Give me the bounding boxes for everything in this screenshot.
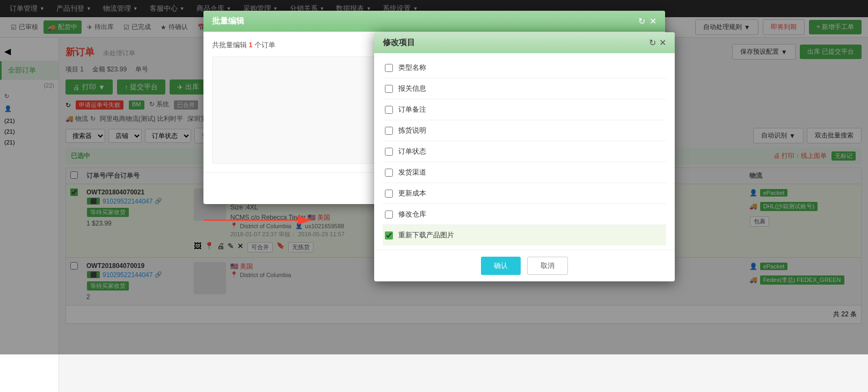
- modify-item-order-status-checkbox[interactable]: [385, 148, 393, 156]
- modify-item-ship-channel-checkbox[interactable]: [385, 169, 393, 177]
- modify-item-pick-desc-checkbox[interactable]: [385, 127, 393, 135]
- modify-item-type-name: 类型名称: [383, 57, 666, 78]
- modify-confirm-btn[interactable]: 确认: [481, 257, 521, 275]
- modify-item-order-status-label: 订单状态: [398, 147, 426, 156]
- modify-item-update-cost: 更新成本: [383, 183, 666, 204]
- modify-item-customs-checkbox[interactable]: [385, 85, 393, 93]
- modify-modal-footer: 确认 取消: [374, 250, 675, 281]
- modify-item-ship-channel-label: 发货渠道: [398, 168, 426, 177]
- modify-modal-body: 类型名称 报关信息 订单备注 拣货说明 订单状态 发货渠道 更新: [374, 53, 675, 250]
- modify-item-re-download-image: 重新下载产品图片: [383, 225, 666, 245]
- modify-item-order-status: 订单状态: [383, 141, 666, 162]
- modify-modal-header: 修改项目 ↻ ✕: [374, 32, 675, 53]
- modify-item-customs-label: 报关信息: [398, 84, 426, 93]
- modify-item-order-note-checkbox[interactable]: [385, 106, 393, 114]
- batch-modal-actions: ↻ ✕: [638, 16, 657, 26]
- batch-modal-close-btn[interactable]: ✕: [650, 16, 657, 26]
- modify-item-change-warehouse: 修改仓库: [383, 204, 666, 225]
- batch-modal-refresh-btn[interactable]: ↻: [638, 16, 645, 26]
- modify-item-update-cost-checkbox[interactable]: [385, 190, 393, 198]
- modify-item-pick-desc: 拣货说明: [383, 120, 666, 141]
- batch-modal-title: 批量编辑: [212, 16, 244, 26]
- modify-item-re-download-image-checkbox[interactable]: [385, 231, 393, 239]
- modify-item-change-warehouse-checkbox[interactable]: [385, 210, 393, 219]
- modify-item-re-download-image-label: 重新下载产品图片: [398, 230, 454, 240]
- modify-item-order-note: 订单备注: [383, 99, 666, 120]
- modify-item-type-name-checkbox[interactable]: [385, 64, 393, 72]
- modify-item-update-cost-label: 更新成本: [398, 188, 426, 198]
- modify-item-ship-channel: 发货渠道: [383, 162, 666, 183]
- modify-items-modal: 修改项目 ↻ ✕ 类型名称 报关信息 订单备注 拣货说明 订单状态: [374, 32, 675, 281]
- modify-modal-refresh-btn[interactable]: ↻: [649, 38, 656, 48]
- modify-item-change-warehouse-label: 修改仓库: [398, 209, 426, 219]
- batch-modal-header: 批量编辑 ↻ ✕: [203, 11, 665, 32]
- modify-item-customs: 报关信息: [383, 78, 666, 99]
- modify-item-pick-desc-label: 拣货说明: [398, 126, 426, 135]
- modify-item-type-name-label: 类型名称: [398, 63, 426, 72]
- modify-modal-close-btn[interactable]: ✕: [659, 38, 666, 48]
- modify-cancel-btn[interactable]: 取消: [527, 257, 568, 275]
- modify-modal-title: 修改项目: [383, 38, 415, 48]
- modify-item-order-note-label: 订单备注: [398, 105, 426, 114]
- modify-modal-actions: ↻ ✕: [649, 38, 666, 48]
